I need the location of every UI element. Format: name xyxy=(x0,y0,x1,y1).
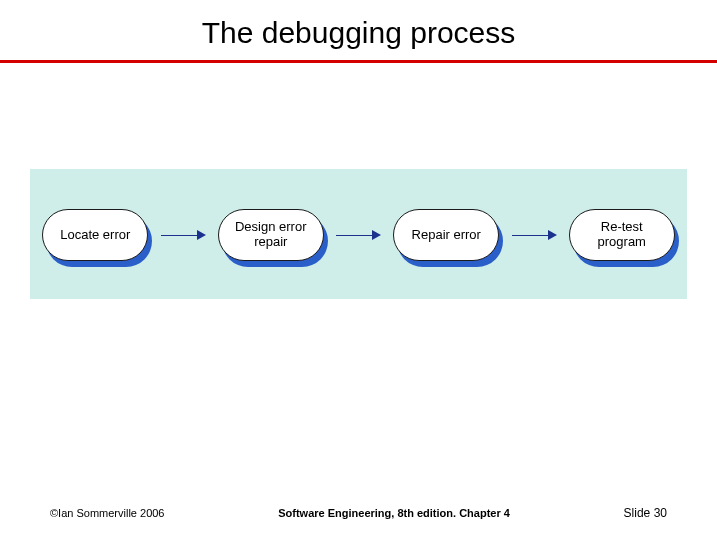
arrow-icon xyxy=(161,230,206,240)
slide: The debugging process Locate error Desig… xyxy=(0,0,717,538)
process-flow: Locate error Design error repair Repair … xyxy=(30,209,687,261)
footer-slide-number: Slide 30 xyxy=(624,506,667,520)
node-label: Repair error xyxy=(393,209,499,261)
slide-title: The debugging process xyxy=(0,16,717,60)
node-label: Locate error xyxy=(42,209,148,261)
title-block: The debugging process xyxy=(0,0,717,63)
node-design-repair: Design error repair xyxy=(218,209,324,261)
slide-content: Locate error Design error repair Repair … xyxy=(0,63,717,538)
arrow-icon xyxy=(336,230,381,240)
node-label: Design error repair xyxy=(218,209,324,261)
footer-book-ref: Software Engineering, 8th edition. Chapt… xyxy=(278,507,510,519)
diagram-background: Locate error Design error repair Repair … xyxy=(30,169,687,299)
footer-copyright: ©Ian Sommerville 2006 xyxy=(50,507,165,519)
node-repair-error: Repair error xyxy=(393,209,499,261)
arrow-icon xyxy=(512,230,557,240)
node-retest-program: Re-test program xyxy=(569,209,675,261)
node-label: Re-test program xyxy=(569,209,675,261)
slide-footer: ©Ian Sommerville 2006 Software Engineeri… xyxy=(0,506,717,520)
node-locate-error: Locate error xyxy=(42,209,148,261)
